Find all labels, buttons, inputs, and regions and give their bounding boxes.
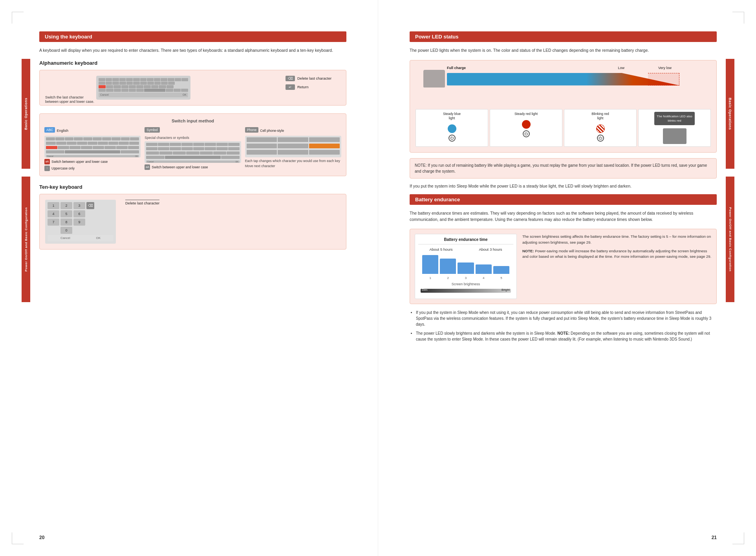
low-label: Low [618, 66, 624, 70]
each-tap-label: Each tap changes which character you wou… [245, 159, 341, 163]
battery-table: Battery endurance time About 5 hours Abo… [415, 234, 517, 299]
led-circle-blink [596, 124, 605, 133]
charge-level-diagram: Full charge Low Very low [416, 66, 711, 105]
left-page: Using the keyboard A keyboard will displ… [0, 0, 378, 556]
power-btn-blue: ⏻ [448, 135, 456, 142]
bar-numbers: 1 2 3 4 5 [418, 276, 513, 281]
power-led-note-box: NOTE: If you run out of remaining batter… [410, 158, 717, 179]
device-silhouette [423, 70, 445, 88]
battery-table-header: Battery endurance time [418, 237, 513, 244]
battery-cols: About 5 hours About 3 hours [418, 247, 513, 252]
keyboard-intro-text: A keyboard will display when you are req… [39, 47, 346, 54]
bar-1 [422, 255, 438, 274]
battery-note-text: The screen brightness setting affects th… [522, 234, 712, 245]
return-key-icon: ↵ [286, 84, 295, 90]
led-circle-red [522, 120, 531, 129]
very-low-label: Very low [658, 66, 672, 70]
key-actions-area: ⌫ Delete last character ↵ Return [286, 76, 340, 100]
method-col-symbol: Symbol Special characters or symbols Can… [145, 127, 241, 171]
battery-bullet-list: If you put the system in Sleep Mode when… [410, 310, 717, 342]
blinking-red-label: Blinking redlight [591, 112, 609, 120]
tenkey-delete-label: Delete last character [125, 200, 159, 205]
tenkey-delete-label-area: Delete last character [125, 200, 159, 205]
brightness-slider: Dim Bright [421, 288, 511, 294]
alphanumeric-keyboard-box: Switch the last character between upper … [39, 70, 346, 106]
battery-info-text: The screen brightness setting affects th… [522, 234, 712, 299]
sleep-mode-text: If you put the system into Sleep Mode wh… [410, 183, 717, 190]
battery-diagram-box: Battery endurance time About 5 hours Abo… [410, 229, 717, 304]
battery-col-2: About 3 hours [468, 247, 513, 252]
abc-label: ABC [44, 127, 55, 133]
page-number-right: 21 [712, 535, 717, 540]
bar-4 [476, 264, 492, 274]
bullet-item-2: The power LED slowly brightens and darke… [416, 330, 717, 342]
led-state-notification: The Notification LED alsoblinks red [638, 109, 711, 147]
led-state-blue: Steady bluelight ⏻ [416, 109, 488, 147]
full-charge-label: Full charge [447, 66, 466, 70]
led-circle-blue [448, 124, 456, 133]
led-state-blink: Blinking redlight ⏻ [564, 109, 637, 147]
move-next-label: Move next character [245, 164, 341, 168]
abc-keyboard-preview: CancelOK [44, 136, 141, 157]
power-btn-blink: ⏻ [597, 135, 604, 142]
symbol-method-icons: aA Switch between upper and lower case [145, 164, 241, 170]
phone-keyboard-preview [245, 136, 341, 157]
power-led-intro: The power LED lights when the system is … [410, 47, 717, 54]
battery-chart-area: Battery endurance time About 5 hours Abo… [415, 234, 517, 299]
phone-label: Phone [245, 127, 259, 133]
notification-led-label: The Notification LED alsoblinks red [654, 112, 694, 125]
method-col-phone: Phone Cell phone-style Each tap changes … [245, 127, 341, 171]
bar-5 [493, 266, 509, 273]
cell-phone-label: Cell phone-style [260, 129, 284, 133]
keyboard-section-header: Using the keyboard [39, 31, 346, 42]
tenkey-keyboard-graphic: 1 2 3 ⌫ 4 5 6 7 8 9 [45, 200, 116, 244]
brightness-label: Screen brightness [418, 281, 513, 286]
power-btn-red: ⏻ [523, 130, 530, 137]
switch-input-method-box: Switch input method ABC English CancelOK [39, 113, 346, 176]
battery-section: Battery endurance The battery endurance … [410, 194, 717, 342]
abc-method-icons: aA Switch between upper and lower case ↑… [44, 159, 141, 171]
method-columns: ABC English CancelOK aA Switch between [44, 127, 341, 171]
uppercase-icon: ↑ [44, 166, 50, 171]
power-led-section-header: Power LED status [410, 31, 717, 42]
return-label: Return [297, 85, 309, 89]
very-low-indicator [648, 73, 679, 86]
right-page: Power LED status The power LED lights wh… [378, 0, 756, 556]
tenkey-title: Ten-key keyboard [39, 184, 346, 190]
symbol-label: Symbol [145, 127, 159, 133]
battery-col-1: About 5 hours [418, 247, 464, 252]
device-display-preview [663, 128, 686, 144]
tenkey-keyboard-area: 1 2 3 ⌫ 4 5 6 7 8 9 [45, 200, 116, 244]
led-state-red: Steady red light ⏻ [490, 109, 562, 147]
special-chars-label: Special characters or symbols [145, 136, 241, 140]
bar-chart [418, 253, 513, 276]
switch-last-char-label: Switch the last character between upper … [45, 95, 96, 104]
steady-red-label: Steady red light [514, 112, 538, 116]
bullet-item-1: If you put the system in Sleep Mode when… [416, 310, 717, 327]
delete-key-icon: ⌫ [286, 76, 295, 81]
charge-gradient-bar [447, 73, 679, 86]
bar-2 [440, 259, 456, 273]
battery-section-header: Battery endurance [410, 194, 717, 205]
tenkey-keyboard-box: 1 2 3 ⌫ 4 5 6 7 8 9 [39, 194, 346, 250]
bar-3 [458, 263, 474, 274]
battery-note2-text: NOTE: Power-saving mode will increase th… [522, 248, 712, 260]
alphanumeric-title: Alphanumeric keyboard [39, 60, 346, 66]
page-number-left: 20 [39, 535, 44, 540]
english-label: English [57, 129, 68, 133]
bright-label: Bright [502, 288, 510, 292]
brightness-slider-track [421, 289, 511, 293]
symbol-upper-lower-icon: aA [145, 164, 150, 170]
battery-intro: The battery endurance times are estimate… [410, 210, 717, 223]
method-col-abc: ABC English CancelOK aA Switch between [44, 127, 141, 171]
switch-method-title: Switch input method [44, 118, 341, 123]
led-diagram-box: Full charge Low Very low Steady blueligh… [410, 60, 717, 153]
delete-last-label: Delete last character [297, 76, 331, 80]
note-bold-label: NOTE: [522, 249, 535, 253]
dim-label: Dim [422, 288, 427, 292]
steady-blue-label: Steady bluelight [443, 112, 461, 120]
symbol-keyboard-preview: CancelOK [145, 141, 241, 163]
upper-lower-icon: aA [44, 159, 50, 164]
led-states-container: Steady bluelight ⏻ Steady red light ⏻ Bl… [416, 109, 711, 147]
